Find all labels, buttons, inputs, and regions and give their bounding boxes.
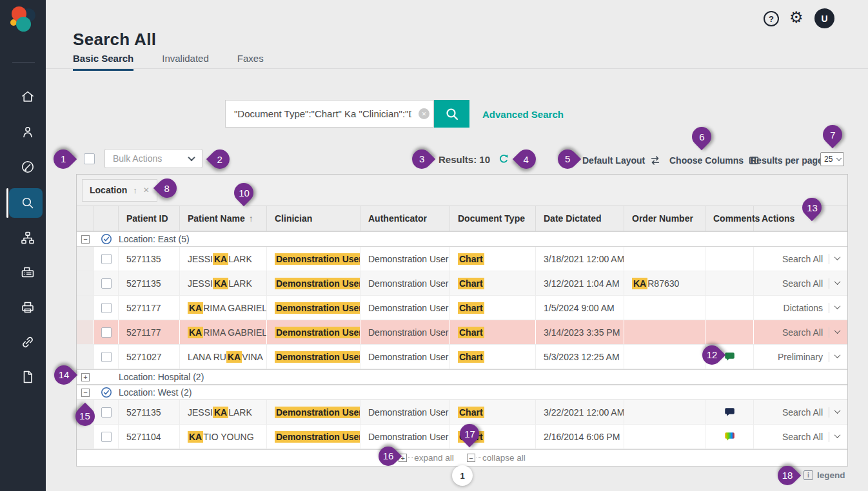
column-header-patient-name[interactable]: Patient Name↑ — [180, 206, 267, 231]
chevron-down-icon[interactable] — [834, 303, 841, 309]
sidebar-divider — [12, 62, 35, 63]
cell-date-dictated: 3/22/2021 12:00 AM — [536, 400, 624, 424]
group-selected-check-icon[interactable] — [101, 233, 112, 245]
cell-patient-id: 5271177 — [119, 296, 180, 320]
row-action-menu[interactable]: Search All — [782, 254, 823, 264]
sidebar-item-documents[interactable] — [20, 369, 35, 385]
sidebar-item-fax[interactable] — [20, 265, 35, 280]
navy-comment-icon[interactable] — [724, 407, 735, 418]
row-checkbox[interactable] — [101, 278, 112, 289]
sidebar-item-workflow[interactable] — [20, 230, 35, 246]
row-checkbox[interactable] — [101, 352, 112, 362]
row-action-menu[interactable]: Search All — [782, 327, 823, 338]
column-header-date-dictated[interactable]: Date Dictated — [536, 206, 624, 231]
cell-clinician: Demonstration User — [267, 425, 360, 448]
cell-document-type: Chart — [450, 296, 536, 320]
group-label: Location: West (2) — [119, 387, 192, 398]
chevron-down-icon[interactable] — [834, 327, 841, 334]
cell-actions: Search All — [754, 271, 847, 295]
annotation-badge-6: 6 — [688, 123, 715, 150]
search-input[interactable] — [225, 100, 434, 128]
column-header-document-type[interactable]: Document Type — [450, 206, 536, 231]
sidebar-item-home[interactable] — [20, 89, 35, 104]
column-header-comments[interactable]: Comments — [705, 206, 754, 231]
sidebar-item-users[interactable] — [20, 124, 35, 140]
group-selected-check-icon[interactable] — [101, 387, 112, 398]
collapse-group-icon[interactable]: − — [81, 389, 90, 397]
chevron-down-icon[interactable] — [834, 254, 841, 260]
cell-order-number — [624, 247, 705, 271]
cell-date-dictated: 3/14/2023 3:35 PM — [536, 320, 624, 344]
column-header-order-number[interactable]: Order Number — [624, 206, 705, 231]
search-button[interactable] — [434, 100, 469, 128]
collapse-all-link[interactable]: −collapse all — [467, 453, 526, 463]
close-icon[interactable]: ✕ — [143, 186, 150, 195]
default-layout-button[interactable]: Default Layout — [582, 155, 661, 166]
home-icon — [20, 89, 35, 104]
group-label: Location: Hospital (2) — [119, 372, 204, 382]
search-icon — [20, 195, 35, 211]
cell-clinician: Demonstration User — [267, 400, 360, 424]
select-all-checkbox[interactable] — [84, 153, 95, 164]
row-checkbox[interactable] — [101, 407, 112, 418]
user-avatar[interactable]: U — [814, 8, 834, 28]
legend-button[interactable]: i legend — [804, 470, 845, 480]
row-checkbox[interactable] — [101, 432, 112, 442]
expand-all-link[interactable]: +expand all — [399, 453, 454, 463]
cell-comments — [705, 400, 754, 424]
cell-patient-id: 5271135 — [119, 247, 180, 271]
chevron-down-icon[interactable] — [834, 407, 841, 414]
results-per-page-select[interactable]: 25 — [820, 152, 844, 166]
chevron-down-icon[interactable] — [834, 278, 841, 285]
settings-button[interactable]: ⚙ — [789, 8, 804, 27]
annotation-badge-4: 4 — [513, 146, 540, 173]
page-1-button[interactable]: 1 — [452, 465, 473, 486]
cell-comments — [705, 320, 754, 344]
advanced-search-link[interactable]: Advanced Search — [482, 109, 564, 120]
bulk-actions-select[interactable]: Bulk Actions — [104, 149, 202, 168]
annotation-badge-14: 14 — [50, 361, 77, 389]
sidebar-item-print[interactable] — [20, 300, 35, 315]
header-divider — [46, 68, 868, 69]
header-checkbox-col — [94, 206, 119, 231]
choose-columns-button[interactable]: Choose Columns — [669, 155, 760, 166]
document-icon — [20, 369, 35, 385]
chevron-down-icon — [836, 155, 842, 160]
chevron-down-icon — [188, 154, 195, 161]
rainbow-comment-icon[interactable] — [724, 431, 735, 442]
cell-date-dictated: 5/3/2023 12:25 AM — [536, 345, 624, 369]
collapse-group-icon[interactable]: − — [81, 235, 90, 244]
column-header-clinician[interactable]: Clinician — [267, 206, 360, 231]
group-by-bar: Location ↑ ✕ — [77, 175, 847, 206]
row-action-menu[interactable]: Search All — [782, 432, 823, 442]
cell-patient-name: JESSIKA LARK — [180, 400, 267, 424]
page-title: Search All — [73, 30, 156, 50]
cell-document-type: Chart — [450, 320, 536, 344]
chevron-down-icon[interactable] — [834, 352, 841, 358]
help-button[interactable]: ? — [764, 11, 779, 26]
cell-authenticator: Demonstration User — [360, 400, 450, 424]
table-row: 5271177 KARIMA GABRIEL Demonstration Use… — [77, 296, 847, 320]
row-checkbox[interactable] — [101, 254, 112, 264]
sidebar-item-links[interactable] — [20, 334, 35, 350]
row-checkbox[interactable] — [101, 303, 112, 313]
clear-search-icon[interactable]: ✕ — [419, 108, 429, 119]
group-row-hospital: + Location: Hospital (2) — [77, 369, 847, 385]
column-header-actions[interactable]: Actions — [754, 206, 847, 231]
row-action-menu[interactable]: Preliminary — [778, 352, 823, 362]
sidebar-item-search[interactable] — [20, 195, 35, 211]
row-checkbox[interactable] — [101, 327, 112, 338]
cell-authenticator: Demonstration User — [360, 247, 450, 271]
row-action-menu[interactable]: Search All — [782, 278, 823, 289]
column-header-authenticator[interactable]: Authenticator — [360, 206, 450, 231]
refresh-button[interactable] — [498, 153, 509, 165]
green-comment-icon[interactable] — [724, 351, 735, 362]
sidebar-item-compose[interactable] — [20, 159, 35, 175]
cell-order-number — [624, 345, 705, 369]
chevron-down-icon[interactable] — [834, 432, 841, 438]
expand-group-icon[interactable]: + — [81, 373, 90, 381]
row-action-menu[interactable]: Search All — [782, 407, 823, 418]
column-header-patient-id[interactable]: Patient ID — [119, 206, 180, 231]
location-group-chip[interactable]: Location ↑ ✕ — [82, 179, 157, 202]
row-action-menu[interactable]: Dictations — [784, 303, 823, 313]
